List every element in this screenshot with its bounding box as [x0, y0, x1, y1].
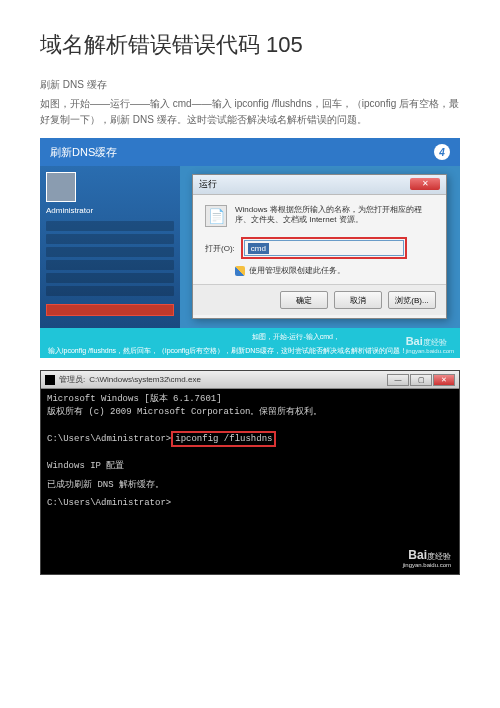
- screenshot-cmd: 管理员: C:\Windows\system32\cmd.exe — ▢ ✕ M…: [40, 370, 460, 575]
- cmd-line: 版权所有 (c) 2009 Microsoft Corporation。保留所有…: [47, 406, 453, 419]
- cancel-button[interactable]: 取消: [334, 291, 382, 309]
- run-description: Windows 将根据您所输入的名称，为您打开相应的程序、文件夹、文档或 Int…: [235, 205, 434, 226]
- cmd-prompt-line: C:\Users\Administrator>ipconfig /flushdn…: [47, 431, 453, 448]
- cmd-line: Microsoft Windows [版本 6.1.7601]: [47, 393, 453, 406]
- shield-icon: [235, 266, 245, 276]
- cmd-titlebar: 管理员: C:\Windows\system32\cmd.exe — ▢ ✕: [41, 371, 459, 389]
- input-highlight: cmd: [241, 237, 407, 259]
- watermark: Bai度经验 jingyan.baidu.com: [403, 548, 451, 568]
- username: Administrator: [46, 206, 174, 215]
- banner: 刷新DNS缓存 4: [40, 138, 460, 166]
- caption-text: 输入ipconfig /flushdns，然后回车，（ipconfig后有空格）…: [48, 346, 452, 355]
- section-subtitle: 刷新 DNS 缓存: [40, 78, 460, 92]
- run-dialog-window: 运行 ✕ 📄 Windows 将根据您所输入的名称，为您打开相应的程序、文件夹、…: [192, 174, 447, 319]
- run-input[interactable]: cmd: [244, 240, 404, 256]
- instruction-text: 如图，开始-运行-输入cmd，: [252, 332, 340, 342]
- maximize-button[interactable]: ▢: [410, 374, 432, 386]
- run-menu-highlight: [46, 304, 174, 316]
- open-label: 打开(O):: [205, 243, 235, 254]
- menu-item: [46, 221, 174, 231]
- close-button[interactable]: ✕: [433, 374, 455, 386]
- user-avatar: [46, 172, 76, 202]
- admin-privilege-text: 使用管理权限创建此任务。: [249, 265, 345, 276]
- cmd-line: Windows IP 配置: [47, 460, 453, 473]
- cmd-icon: [45, 375, 55, 385]
- ok-button[interactable]: 确定: [280, 291, 328, 309]
- body-paragraph: 如图，开始——运行——输入 cmd——输入 ipconfig /flushdns…: [40, 96, 460, 128]
- minimize-button[interactable]: —: [387, 374, 409, 386]
- menu-item: [46, 273, 174, 283]
- menu-item: [46, 286, 174, 296]
- browse-button[interactable]: 浏览(B)...: [388, 291, 436, 309]
- page-title: 域名解析错误错误代码 105: [40, 30, 460, 60]
- dialog-title: 运行: [199, 178, 217, 191]
- watermark: Bai度经验 jingyan.baidu.com: [406, 335, 454, 354]
- command-highlight: ipconfig /flushdns: [171, 431, 276, 448]
- cmd-success-line: 已成功刷新 DNS 解析缓存。: [47, 479, 453, 492]
- cmd-output: Microsoft Windows [版本 6.1.7601] 版权所有 (c)…: [41, 389, 459, 514]
- cmd-prompt-line: C:\Users\Administrator>: [47, 497, 453, 510]
- close-button[interactable]: ✕: [410, 178, 440, 190]
- cmd-title-path: C:\Windows\system32\cmd.exe: [89, 375, 201, 384]
- run-icon: 📄: [205, 205, 227, 227]
- menu-item: [46, 234, 174, 244]
- cmd-title-prefix: 管理员:: [59, 374, 85, 385]
- banner-text: 刷新DNS缓存: [50, 145, 117, 160]
- start-menu: Administrator: [40, 166, 180, 328]
- desktop-area: Administrator 运行 ✕ 📄 Windows 将根据您所输入的名称，: [40, 166, 460, 328]
- step-badge: 4: [434, 144, 450, 160]
- dialog-titlebar: 运行 ✕: [193, 175, 446, 195]
- screenshot-run-dialog: 刷新DNS缓存 4 Administrator 运行 ✕: [40, 138, 460, 358]
- menu-item: [46, 247, 174, 257]
- menu-item: [46, 260, 174, 270]
